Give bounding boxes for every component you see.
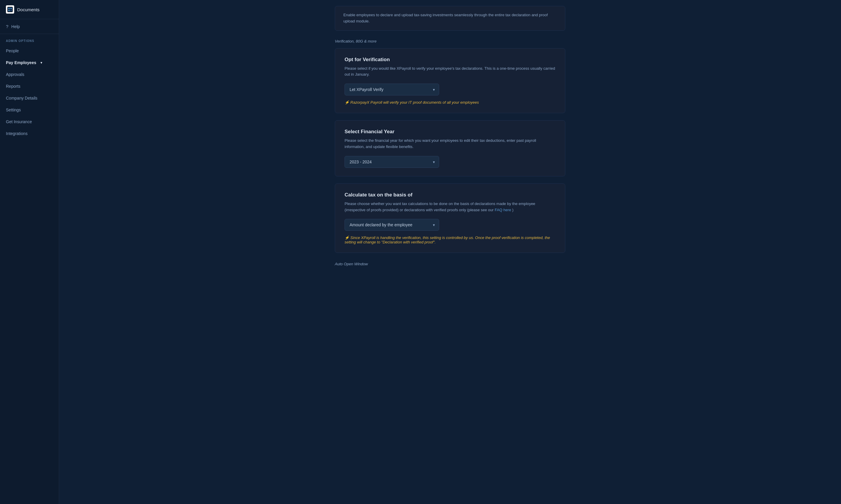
help-icon: ? [6, 24, 8, 29]
sidebar-item-settings[interactable]: Settings [0, 104, 59, 116]
calculate-tax-desc: Please choose whether you want tax calcu… [344, 201, 556, 213]
help-label: Help [11, 24, 20, 29]
approvals-label: Approvals [6, 72, 24, 77]
svg-rect-3 [8, 10, 10, 11]
sidebar-item-pay-employees[interactable]: Pay Employees ▾ [0, 57, 59, 69]
sidebar-item-integrations[interactable]: Integrations [0, 128, 59, 140]
company-details-label: Company Details [6, 96, 37, 101]
settings-label: Settings [6, 108, 21, 112]
calculate-tax-title: Calculate tax on the basis of [344, 192, 556, 198]
logo-icon [6, 5, 14, 14]
top-description-card: Enable employees to declare and upload t… [335, 6, 565, 31]
calculate-tax-notice: ⚡ Since XPayroll is handling the verific… [344, 235, 556, 244]
financial-year-desc: Please select the financial year for whi… [344, 138, 556, 150]
verification-section-label: Verification, 80G & more [335, 39, 565, 43]
integrations-label: Integrations [6, 131, 28, 136]
financial-year-card: Select Financial Year Please select the … [335, 120, 565, 176]
opt-verification-title: Opt for Verification [344, 57, 556, 62]
get-insurance-label: Get Insurance [6, 119, 32, 124]
calculate-tax-notice-text: ⚡ Since XPayroll is handling the verific… [344, 235, 550, 244]
sidebar: Documents ? Help ADMIN OPTIONS People Pa… [0, 0, 59, 504]
svg-rect-4 [10, 10, 12, 11]
financial-year-title: Select Financial Year [344, 129, 556, 135]
financial-year-select-wrapper: 2023 - 2024 2022 - 2023 2021 - 2022 ▾ [344, 156, 439, 168]
opt-verification-desc: Please select if you would like XPayroll… [344, 66, 556, 78]
faq-link[interactable]: FAQ here [495, 208, 511, 212]
sidebar-logo[interactable]: Documents [0, 0, 59, 19]
pay-employees-chevron: ▾ [40, 61, 42, 65]
sidebar-item-people[interactable]: People [0, 45, 59, 57]
svg-rect-1 [8, 8, 10, 9]
opt-verification-notice-text: ⚡ RazorpayX Payroll will verify your IT … [344, 100, 479, 105]
opt-verification-notice: ⚡ RazorpayX Payroll will verify your IT … [344, 100, 556, 105]
main-content: Enable employees to declare and upload t… [59, 0, 841, 504]
sidebar-item-get-insurance[interactable]: Get Insurance [0, 116, 59, 128]
calculate-tax-select-wrapper: Amount declared by the employee Declarat… [344, 219, 439, 231]
admin-section-label: ADMIN OPTIONS [0, 34, 59, 45]
svg-rect-0 [7, 7, 13, 12]
sidebar-item-approvals[interactable]: Approvals [0, 69, 59, 80]
logo-label: Documents [17, 7, 40, 12]
top-card-desc: Enable employees to declare and upload t… [343, 13, 548, 23]
sidebar-item-company-details[interactable]: Company Details [0, 92, 59, 104]
sidebar-item-reports[interactable]: Reports [0, 80, 59, 92]
calculate-tax-select[interactable]: Amount declared by the employee Declarat… [344, 219, 439, 231]
calculate-tax-desc-part2: ) [512, 208, 513, 212]
pay-employees-label: Pay Employees [6, 60, 36, 65]
help-item[interactable]: ? Help [0, 19, 59, 34]
opt-verification-select[interactable]: Let XPayroll Verify Verify Yourself [344, 84, 439, 95]
svg-rect-2 [10, 8, 12, 9]
financial-year-select[interactable]: 2023 - 2024 2022 - 2023 2021 - 2022 [344, 156, 439, 168]
reports-label: Reports [6, 84, 20, 89]
opt-verification-select-wrapper: Let XPayroll Verify Verify Yourself ▾ [344, 84, 439, 95]
calculate-tax-card: Calculate tax on the basis of Please cho… [335, 183, 565, 253]
auto-open-label: Auto Open Window [335, 262, 565, 266]
content-area: Enable employees to declare and upload t… [323, 0, 577, 284]
opt-verification-card: Opt for Verification Please select if yo… [335, 48, 565, 113]
people-label: People [6, 49, 19, 53]
